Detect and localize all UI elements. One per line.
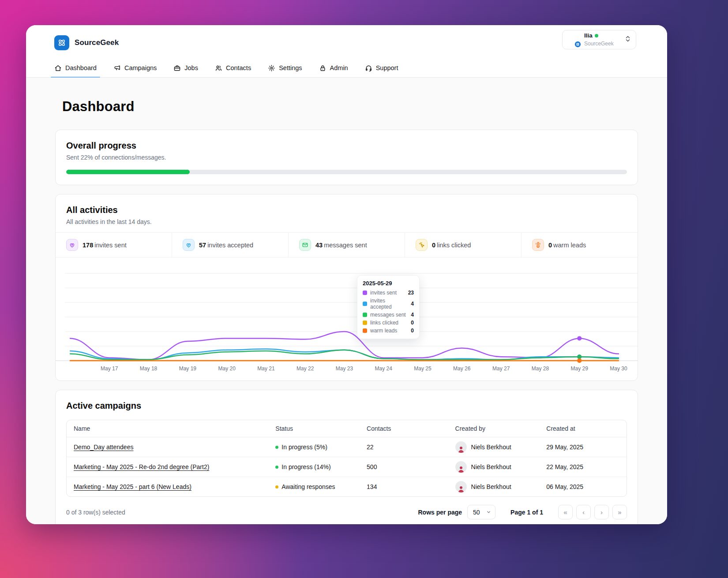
svg-text:May 28: May 28 <box>532 365 549 372</box>
series-value: 4 <box>411 312 414 318</box>
tab-jobs[interactable]: Jobs <box>173 59 198 77</box>
tab-support[interactable]: Support <box>365 59 398 77</box>
svg-text:May 20: May 20 <box>218 365 236 372</box>
status-dot <box>275 485 278 489</box>
series-swatch <box>363 321 367 325</box>
campaign-link[interactable]: Marketing - May 2025 - Re-do 2nd degree … <box>74 463 209 470</box>
first-page-button[interactable]: « <box>558 505 573 519</box>
created-at: 29 May, 2025 <box>543 440 623 455</box>
tab-label: Contacts <box>226 64 251 71</box>
campaign-link[interactable]: Marketing - May 2025 - part 6 (New Leads… <box>74 483 191 490</box>
stat-value: 57 <box>199 242 206 249</box>
briefcase-icon <box>173 64 181 72</box>
status-text: In progress (5%) <box>281 444 327 451</box>
thermometer-icon <box>532 239 544 251</box>
main-nav: Dashboard Campaigns Jobs Contacts Settin… <box>54 59 639 77</box>
series-swatch <box>363 328 367 333</box>
tab-label: Dashboard <box>65 64 97 71</box>
gear-icon <box>268 64 275 72</box>
activities-title: All activities <box>66 205 627 215</box>
table-footer: 0 of 3 row(s) selected Rows per page 50 … <box>66 505 627 519</box>
main-content: Dashboard Overall progress Sent 22% of c… <box>26 78 667 524</box>
tab-contacts[interactable]: Contacts <box>215 59 251 77</box>
heart-plus-icon <box>66 239 78 251</box>
campaign-link[interactable]: Demo_Day attendees <box>74 444 133 451</box>
creator-name: Niels Berkhout <box>471 483 511 490</box>
column-header-status: Status <box>272 421 363 436</box>
table-row[interactable]: Demo_Day attendees In progress (5%) 22 N… <box>67 437 627 457</box>
next-page-button[interactable]: › <box>594 505 609 519</box>
series-value: 23 <box>408 290 414 296</box>
table-row[interactable]: Marketing - May 2025 - Re-do 2nd degree … <box>67 457 627 477</box>
all-activities-card: All activities All activities in the las… <box>55 194 638 381</box>
table-row[interactable]: Marketing - May 2025 - part 6 (New Leads… <box>67 477 627 496</box>
tooltip-row: warm leads0 <box>363 328 414 334</box>
column-header-created-at: Created at <box>543 421 623 436</box>
tab-settings[interactable]: Settings <box>268 59 302 77</box>
campaigns-table: Name Status Contacts Created by Created … <box>66 420 627 497</box>
chevron-right-icon: › <box>600 508 603 516</box>
svg-text:May 24: May 24 <box>375 365 393 372</box>
created-at: 22 May, 2025 <box>543 459 623 474</box>
tooltip-row: invites accepted4 <box>363 298 414 310</box>
rows-per-page-value: 50 <box>473 509 480 516</box>
stat-messages-sent: 43messages sent <box>288 233 405 257</box>
page-title: Dashboard <box>62 99 638 115</box>
stat-invites-sent: 178invites sent <box>56 233 172 257</box>
stat-label: messages sent <box>324 242 367 249</box>
stat-value: 0 <box>548 242 552 249</box>
overall-progress-title: Overall progress <box>66 141 627 151</box>
progress-bar <box>66 170 627 174</box>
tab-campaigns[interactable]: Campaigns <box>113 59 157 77</box>
svg-text:May 21: May 21 <box>257 365 275 372</box>
tab-label: Settings <box>279 64 302 71</box>
tooltip-date: 2025-05-29 <box>363 280 414 287</box>
activity-line-chart[interactable]: May 17May 18May 19May 20May 21May 22May … <box>56 259 638 376</box>
activity-stats-row: 178invites sent 57invites accepted 43mes… <box>56 232 638 257</box>
creator-avatar <box>455 481 467 492</box>
tab-label: Campaigns <box>124 64 157 71</box>
sourcegeek-badge-icon <box>574 41 581 48</box>
cursor-click-icon <box>416 239 428 251</box>
stat-label: links clicked <box>437 242 471 249</box>
svg-text:May 25: May 25 <box>414 365 432 372</box>
column-header-name: Name <box>70 421 272 436</box>
svg-text:May 27: May 27 <box>492 365 510 372</box>
chevron-left-icon: ‹ <box>582 508 585 516</box>
prev-page-button[interactable]: ‹ <box>576 505 591 519</box>
stat-label: warm leads <box>553 242 586 249</box>
stat-value: 178 <box>83 242 93 249</box>
rows-selected-text: 0 of 3 row(s) selected <box>66 509 125 516</box>
last-page-button[interactable]: » <box>612 505 627 519</box>
series-swatch <box>363 302 367 306</box>
series-label: invites sent <box>370 290 397 296</box>
stat-label: invites sent <box>94 242 127 249</box>
pagination: « ‹ › » <box>558 505 627 519</box>
rows-per-page-select[interactable]: 50 <box>467 505 495 519</box>
overall-progress-subtitle: Sent 22% of connections/messages. <box>66 154 627 161</box>
tab-dashboard[interactable]: Dashboard <box>54 59 97 77</box>
series-value: 0 <box>411 320 414 326</box>
status-dot <box>275 466 278 469</box>
mail-check-icon <box>299 239 311 251</box>
creator-name: Niels Berkhout <box>471 444 511 451</box>
tooltip-row: messages sent4 <box>363 312 414 318</box>
creator-name: Niels Berkhout <box>471 463 511 470</box>
stat-warm-leads: 0warm leads <box>521 233 638 257</box>
progress-bar-fill <box>66 170 190 174</box>
series-label: warm leads <box>370 328 397 334</box>
contacts-count: 134 <box>363 479 451 494</box>
created-at: 06 May, 2025 <box>543 479 623 494</box>
svg-text:May 18: May 18 <box>140 365 158 372</box>
stat-value: 0 <box>432 242 435 249</box>
brand-name: SourceGeek <box>75 38 119 47</box>
overall-progress-card: Overall progress Sent 22% of connections… <box>55 130 638 185</box>
series-value: 0 <box>411 328 414 334</box>
column-header-contacts: Contacts <box>363 421 451 436</box>
user-menu[interactable]: Ilia SourceGeek <box>562 30 636 49</box>
activities-subtitle: All activities in the last 14 days. <box>66 218 627 225</box>
svg-text:May 29: May 29 <box>571 365 589 372</box>
tab-admin[interactable]: Admin <box>319 59 348 77</box>
tooltip-row: invites sent23 <box>363 290 414 296</box>
svg-text:May 19: May 19 <box>179 365 197 372</box>
